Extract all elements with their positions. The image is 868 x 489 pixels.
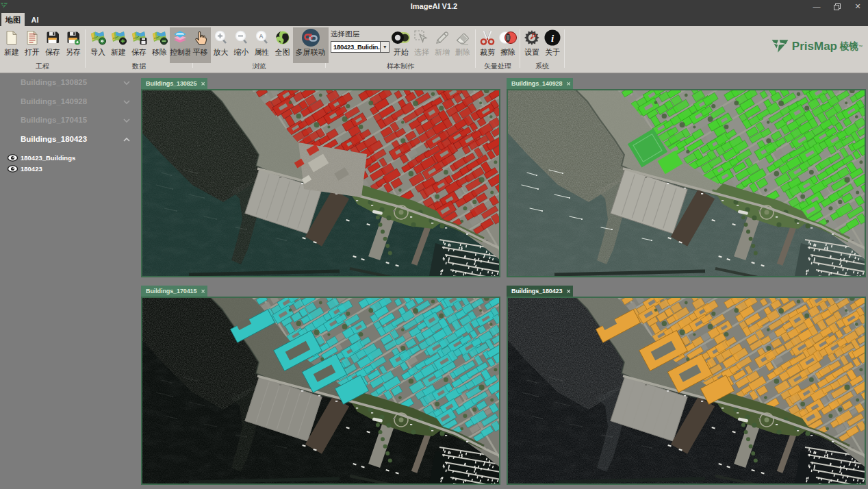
svg-text:A: A [259, 33, 264, 40]
